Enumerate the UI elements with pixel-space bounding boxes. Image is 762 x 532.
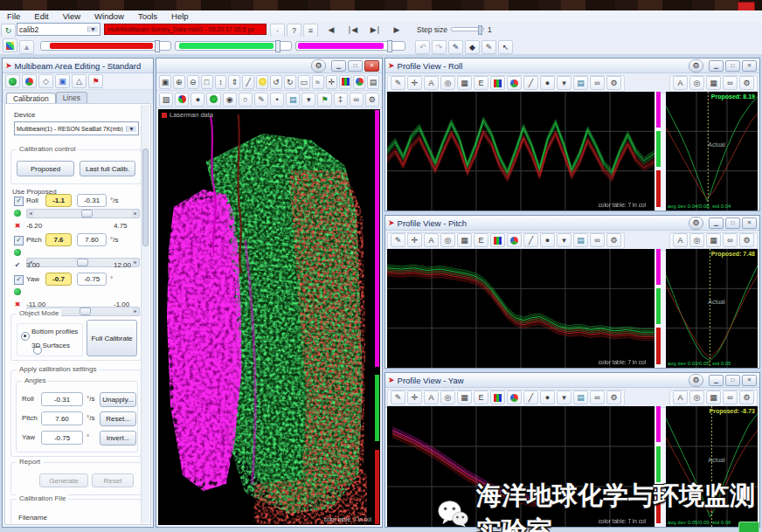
- refresh-icon[interactable]: ↻: [1, 24, 16, 38]
- zoom-a-icon[interactable]: A: [424, 390, 439, 404]
- zoom-icon[interactable]: ◎: [440, 390, 455, 404]
- pencil-icon[interactable]: ✎: [391, 390, 405, 404]
- step-back-icon[interactable]: ◀: [322, 23, 342, 37]
- grid-select-icon[interactable]: ▦: [457, 390, 472, 404]
- tab-lines[interactable]: Lines: [56, 92, 87, 103]
- diamond-icon[interactable]: ◇: [38, 74, 53, 88]
- minimize-icon[interactable]: ▁: [709, 218, 724, 229]
- menu-item-edit[interactable]: Edit: [27, 11, 55, 21]
- step-size-thumb[interactable]: [478, 25, 482, 35]
- maximize-icon[interactable]: □: [348, 60, 363, 72]
- zoom-icon[interactable]: ◎: [689, 390, 704, 404]
- measure-icon[interactable]: ╱: [242, 75, 254, 89]
- point-icon[interactable]: ●: [540, 233, 555, 247]
- maximize-icon[interactable]: □: [725, 60, 740, 72]
- proposed-value-box[interactable]: -1.1: [45, 194, 72, 207]
- zoom-out-icon[interactable]: ⊖: [187, 75, 199, 89]
- pan-arrows-icon[interactable]: ✛: [407, 233, 422, 247]
- close-icon[interactable]: ✕: [364, 60, 379, 72]
- pan-arrows-icon[interactable]: ✛: [407, 390, 422, 404]
- edit-box-icon[interactable]: ✎: [448, 40, 463, 54]
- gear-icon[interactable]: ⚙: [739, 76, 754, 90]
- radio-bottom-profiles[interactable]: [21, 332, 30, 341]
- pan-vertical-icon[interactable]: ↕: [215, 75, 227, 89]
- reset-button[interactable]: Reset...: [100, 411, 136, 426]
- slider-right-arrow-icon[interactable]: ▸: [132, 259, 139, 266]
- proposed-value-box[interactable]: 7.6: [45, 233, 72, 246]
- convergence-plot[interactable]: Proposed: 8.19 Actual avg dev 0.04/0.08,…: [666, 92, 758, 211]
- left-panel-scrollbar[interactable]: [141, 105, 149, 523]
- minimize-icon[interactable]: ▁: [709, 60, 724, 72]
- zoom-icon[interactable]: ◎: [689, 233, 704, 247]
- zoom-a-icon[interactable]: A: [424, 233, 439, 247]
- help-icon[interactable]: ?: [287, 24, 301, 38]
- green-range-handle[interactable]: [275, 40, 281, 52]
- more-icon[interactable]: ·: [270, 24, 285, 38]
- menu-item-window[interactable]: Window: [87, 11, 131, 21]
- go-end-icon[interactable]: ▶|: [365, 23, 385, 37]
- dropdown-icon[interactable]: ▾: [557, 76, 572, 90]
- roll-slider[interactable]: ◂ ▸: [26, 209, 140, 218]
- color-point-icon[interactable]: [175, 93, 189, 107]
- flag-icon[interactable]: ⚑: [88, 74, 103, 88]
- full-calibrate-button[interactable]: Full Calibrate: [87, 320, 137, 356]
- gear-icon[interactable]: ⚙: [365, 93, 379, 107]
- pencil-icon[interactable]: ✎: [391, 233, 405, 247]
- grid-select-icon[interactable]: ▦: [706, 390, 721, 404]
- pan-arrows-icon[interactable]: ✛: [407, 76, 422, 90]
- pen-icon[interactable]: ✎: [254, 93, 268, 107]
- triangle-ruler-icon[interactable]: △: [72, 74, 87, 88]
- color-pie-icon[interactable]: [353, 75, 365, 89]
- point-size-icon[interactable]: ●: [190, 93, 204, 107]
- grid-select-icon[interactable]: ▦: [706, 233, 721, 247]
- magenta-range-slider[interactable]: [295, 41, 405, 51]
- zoom-a-icon[interactable]: A: [673, 233, 688, 247]
- point-icon[interactable]: ●: [540, 390, 555, 404]
- link-icon[interactable]: ∞: [723, 390, 738, 404]
- green-ellipse-icon[interactable]: [5, 74, 20, 88]
- step-size-slider[interactable]: [451, 27, 484, 31]
- rgb-strip-icon[interactable]: [339, 75, 351, 89]
- use-pitch-checkbox[interactable]: ✓: [14, 236, 24, 245]
- profile-e-icon[interactable]: E: [474, 390, 488, 404]
- grid-select-icon[interactable]: ▦: [457, 233, 472, 247]
- ink-icon[interactable]: ◆: [465, 40, 480, 54]
- cursor-icon[interactable]: ↖: [498, 40, 513, 54]
- palette-grid-icon[interactable]: [3, 38, 17, 52]
- profile-mode-icon[interactable]: ≈: [312, 75, 324, 89]
- pen-icon[interactable]: ✎: [481, 40, 496, 54]
- link-icon[interactable]: ∞: [590, 233, 605, 247]
- menu-item-view[interactable]: View: [56, 11, 87, 21]
- swath-viewport[interactable]: Laserman data color table: 7 in col: [158, 109, 380, 525]
- pencil-icon[interactable]: ✎: [391, 76, 405, 90]
- line-draw-icon[interactable]: ╱: [523, 390, 538, 404]
- profile-combo[interactable]: calib2 ▼: [17, 23, 100, 36]
- gear-icon[interactable]: ⚙: [739, 233, 754, 247]
- maximize-icon[interactable]: □: [725, 218, 740, 229]
- dot-icon[interactable]: •: [270, 93, 284, 107]
- rgb-strip-icon[interactable]: [490, 390, 505, 404]
- menu-item-tools[interactable]: Tools: [131, 11, 164, 21]
- color-pie-icon[interactable]: [507, 233, 522, 247]
- blue-marker-icon[interactable]: ▣: [55, 74, 70, 88]
- use-yaw-checkbox[interactable]: ✓: [14, 275, 24, 285]
- rect-icon[interactable]: ▭: [298, 75, 310, 89]
- step-forward-icon[interactable]: ▶: [387, 23, 407, 37]
- profile-plot[interactable]: color table: 7 in col: [387, 249, 655, 368]
- current-value-box[interactable]: -0.31: [77, 194, 107, 207]
- rgb-strip-icon[interactable]: [490, 233, 505, 247]
- profile-e-icon[interactable]: E: [474, 233, 488, 247]
- crosshair-icon[interactable]: ✛: [326, 75, 338, 89]
- rgb-strip-icon[interactable]: [490, 76, 505, 90]
- sphere-icon[interactable]: ◉: [223, 93, 237, 107]
- chevron-down-icon[interactable]: ▼: [126, 126, 136, 132]
- device-combo[interactable]: Multibeam(1) - RESON SeaBat 7K(mb) ▼: [14, 121, 139, 135]
- menu-item-help[interactable]: Help: [164, 11, 196, 21]
- angle-value-box[interactable]: -0.31: [41, 392, 83, 406]
- slider-thumb[interactable]: [81, 210, 93, 218]
- undo-icon[interactable]: ↶: [415, 40, 430, 54]
- zoom-a-icon[interactable]: A: [673, 76, 688, 90]
- highlight-icon[interactable]: [256, 75, 268, 89]
- red-range-slider[interactable]: [40, 41, 171, 51]
- zoom-window-icon[interactable]: □: [201, 75, 213, 89]
